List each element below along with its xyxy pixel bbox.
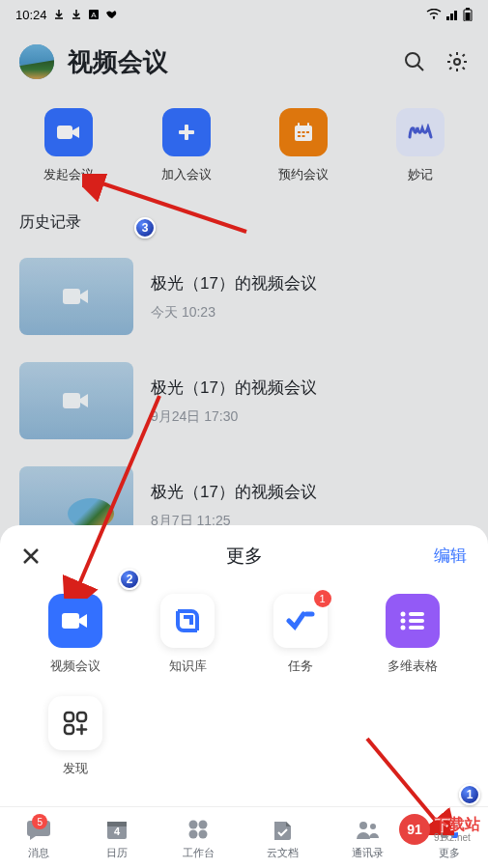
task-badge: 1 xyxy=(314,590,331,607)
svg-point-29 xyxy=(400,626,405,630)
list-icon xyxy=(399,610,426,631)
close-icon[interactable] xyxy=(21,546,41,566)
sheet-label: 任务 xyxy=(288,658,313,675)
sheet-item-tasks[interactable]: 1 任务 xyxy=(244,594,357,675)
overlay-marker-1: 1 xyxy=(459,784,480,805)
calendar-icon: 4 xyxy=(105,818,129,841)
svg-rect-28 xyxy=(409,619,424,623)
sheet-item-wiki[interactable]: 知识库 xyxy=(131,594,244,675)
svg-rect-26 xyxy=(409,612,424,616)
sheet-item-video-meeting[interactable]: 视频会议 xyxy=(19,594,131,675)
sheet-item-bitable[interactable]: 多维表格 xyxy=(357,594,469,675)
svg-rect-24 xyxy=(62,613,79,629)
video-icon xyxy=(61,610,90,631)
nav-label: 日历 xyxy=(106,846,128,860)
watermark-url: 91xz.net xyxy=(434,832,480,843)
sheet-item-discover[interactable]: 发现 xyxy=(19,696,131,777)
svg-rect-33 xyxy=(65,725,73,734)
overlay-marker-2: 2 xyxy=(119,569,140,590)
nav-docs[interactable]: 云文档 xyxy=(267,817,299,860)
nav-label: 工作台 xyxy=(183,846,215,860)
svg-point-39 xyxy=(189,821,198,829)
nav-contacts[interactable]: 通讯录 xyxy=(352,817,384,860)
contacts-icon xyxy=(355,819,380,840)
watermark: 91 下载站 91xz.net xyxy=(399,814,480,845)
grid-icon xyxy=(187,818,210,841)
svg-point-43 xyxy=(359,822,367,829)
sheet-label: 知识库 xyxy=(169,658,207,675)
svg-rect-32 xyxy=(77,713,86,721)
svg-point-42 xyxy=(199,830,208,839)
nav-calendar[interactable]: 4 日历 xyxy=(104,817,129,860)
nav-label: 更多 xyxy=(439,846,460,860)
docs-icon xyxy=(272,818,295,841)
discover-icon xyxy=(62,710,89,737)
sheet-label: 多维表格 xyxy=(388,658,438,675)
wiki-icon xyxy=(173,606,202,635)
watermark-brand: 下载站 xyxy=(434,816,480,833)
edit-button[interactable]: 编辑 xyxy=(434,545,467,567)
svg-point-41 xyxy=(189,830,198,839)
nav-label: 消息 xyxy=(28,846,49,860)
nav-label: 通讯录 xyxy=(352,846,384,860)
svg-text:4: 4 xyxy=(114,826,121,837)
overlay-marker-3: 3 xyxy=(134,217,156,238)
nav-messages[interactable]: 消息 5 xyxy=(26,817,51,860)
sheet-title: 更多 xyxy=(226,544,263,569)
svg-rect-30 xyxy=(409,626,424,630)
watermark-logo: 91 xyxy=(399,814,430,845)
svg-point-40 xyxy=(199,821,208,829)
sheet-label: 视频会议 xyxy=(50,658,100,675)
nav-workspace[interactable]: 工作台 xyxy=(183,817,215,860)
nav-label: 云文档 xyxy=(267,846,299,860)
svg-point-44 xyxy=(370,824,376,829)
svg-point-27 xyxy=(400,619,405,624)
svg-point-25 xyxy=(400,612,405,617)
sheet-label: 发现 xyxy=(63,760,88,777)
svg-rect-31 xyxy=(65,713,73,721)
check-icon xyxy=(286,610,315,631)
